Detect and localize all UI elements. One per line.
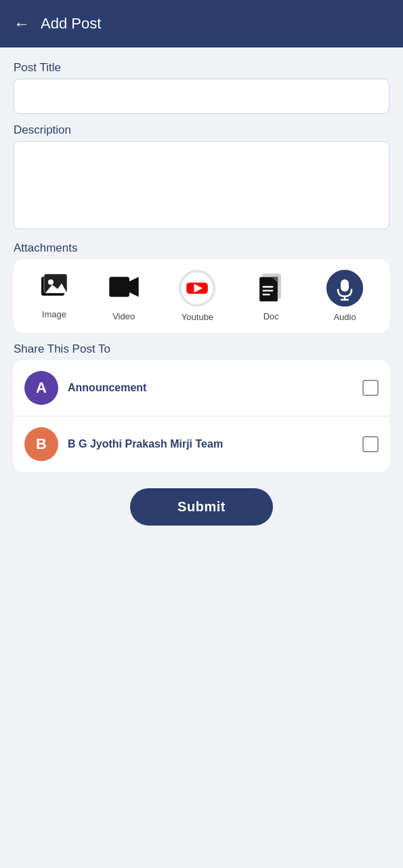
youtube-label: Youtube bbox=[182, 312, 213, 322]
avatar-announcement: A bbox=[24, 371, 58, 405]
attachment-doc[interactable]: Doc bbox=[255, 271, 287, 321]
description-label: Description bbox=[14, 123, 389, 137]
share-row-announcement: A Announcement bbox=[14, 360, 389, 416]
youtube-icon bbox=[179, 270, 215, 307]
attachment-image[interactable]: Image bbox=[40, 273, 68, 319]
svg-rect-10 bbox=[259, 277, 278, 302]
description-field: Description bbox=[14, 123, 389, 232]
post-title-input[interactable] bbox=[14, 79, 389, 114]
page-title: Add Post bbox=[41, 15, 101, 33]
doc-icon bbox=[255, 271, 287, 306]
attachment-audio[interactable]: Audio bbox=[326, 270, 363, 322]
share-name-announcement: Announcement bbox=[68, 382, 353, 394]
doc-label: Doc bbox=[263, 311, 279, 321]
audio-label: Audio bbox=[333, 312, 356, 322]
attachments-box: Image Video bbox=[14, 259, 389, 333]
post-title-field: Post Title bbox=[14, 61, 389, 114]
audio-icon bbox=[326, 270, 363, 307]
app-header: ← Add Post bbox=[0, 0, 403, 47]
video-label: Video bbox=[112, 311, 135, 321]
attachment-video[interactable]: Video bbox=[108, 271, 140, 321]
attachments-label: Attachments bbox=[14, 241, 389, 255]
post-title-label: Post Title bbox=[14, 61, 389, 75]
attachment-youtube[interactable]: Youtube bbox=[179, 270, 215, 322]
description-input[interactable] bbox=[14, 141, 389, 229]
avatar-team: B bbox=[24, 427, 58, 461]
share-section: Share This Post To A Announcement B B G … bbox=[14, 342, 389, 472]
svg-rect-13 bbox=[263, 290, 274, 292]
svg-rect-12 bbox=[263, 286, 274, 288]
image-icon bbox=[40, 273, 68, 304]
svg-rect-16 bbox=[341, 279, 349, 292]
share-box: A Announcement B B G Jyothi Prakash Mirj… bbox=[14, 360, 389, 472]
share-checkbox-announcement[interactable] bbox=[362, 380, 379, 396]
submit-button[interactable]: Submit bbox=[130, 488, 273, 526]
attachments-section: Attachments Image bbox=[14, 241, 389, 333]
svg-point-2 bbox=[48, 279, 54, 285]
image-label: Image bbox=[42, 309, 66, 319]
content-area: Post Title Description Attachments Image bbox=[0, 47, 403, 546]
svg-rect-14 bbox=[263, 294, 270, 295]
share-label: Share This Post To bbox=[14, 342, 389, 356]
svg-rect-4 bbox=[109, 277, 129, 297]
share-row-team: B B G Jyothi Prakash Mirji Team bbox=[14, 416, 389, 472]
back-button[interactable]: ← bbox=[14, 14, 30, 33]
share-checkbox-team[interactable] bbox=[362, 436, 379, 452]
video-icon bbox=[108, 271, 140, 306]
share-name-team: B G Jyothi Prakash Mirji Team bbox=[68, 438, 353, 450]
svg-marker-5 bbox=[129, 277, 139, 297]
